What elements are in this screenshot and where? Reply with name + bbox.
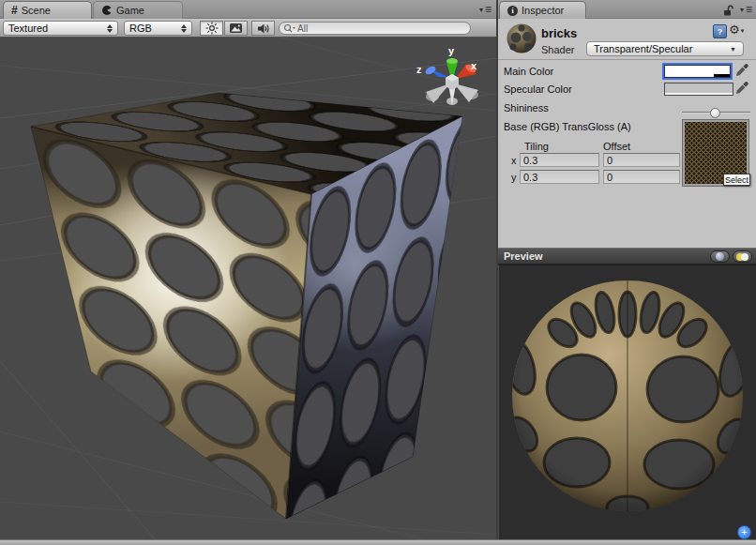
unity-editor-window: # Scene Game ▾ ≡ Textured RGB [0, 0, 756, 545]
caret-down-icon: ▼ [730, 46, 736, 53]
tiling-x-field[interactable] [520, 153, 599, 167]
main-color-swatch[interactable] [664, 65, 731, 78]
row-x-label: x [511, 155, 517, 166]
scene-skybox-toggle[interactable] [224, 21, 248, 36]
search-icon [283, 23, 295, 34]
speaker-icon [257, 23, 270, 35]
tiling-header: Tiling [524, 141, 549, 152]
scene-toolbar: Textured RGB [0, 19, 496, 38]
inspector-tabbar: i Inspector ▾ ≡ [498, 0, 756, 19]
popup-arrows-icon [181, 24, 187, 33]
sun-icon [205, 22, 219, 35]
tab-inspector-label: Inspector [522, 5, 564, 16]
scene-audio-toggle[interactable] [251, 21, 275, 36]
render-mode-dropdown[interactable]: Textured [3, 21, 118, 36]
tab-scene-label: Scene [22, 5, 51, 16]
scene-panel: # Scene Game ▾ ≡ Textured RGB [0, 0, 496, 539]
color-mode-value: RGB [129, 23, 177, 34]
help-icon[interactable]: ? [713, 24, 727, 38]
shader-dropdown[interactable]: Transparent/Specular ▼ [586, 41, 744, 56]
tab-inspector[interactable]: i Inspector [499, 1, 586, 19]
caret-down-icon: ▾ [479, 6, 483, 14]
preview-header[interactable]: Preview [498, 248, 756, 265]
preview-lighting-button[interactable] [733, 250, 752, 263]
textured-cube [31, 93, 462, 519]
scene-grid-icon: # [11, 4, 18, 17]
specular-color-swatch[interactable] [664, 83, 733, 96]
preview-zoom-button[interactable]: + [737, 525, 751, 539]
header-separator [498, 59, 756, 60]
offset-header: Offset [603, 141, 630, 152]
inspector-menu-button[interactable]: ▾ ≡ [740, 3, 751, 16]
gizmo-x-label: x [471, 60, 477, 71]
scene-panel-menu-button[interactable]: ▾ ≡ [479, 3, 491, 16]
gizmo-y-label: y [448, 45, 455, 56]
scene-3d-view: y x z [0, 38, 496, 539]
sphere-icon [716, 252, 724, 261]
alpha-bar [665, 93, 733, 95]
tab-game[interactable]: Game [93, 1, 183, 19]
specular-color-label: Specular Color [504, 83, 572, 95]
menu-bars-icon: ≡ [485, 3, 491, 16]
light-dot-icon [741, 253, 748, 261]
gear-icon[interactable]: ⚙ ▾ [729, 23, 744, 37]
main-color-label: Main Color [504, 66, 553, 77]
eyedropper-icon[interactable] [735, 81, 748, 96]
window-bottom-edge [0, 539, 756, 545]
shininess-slider[interactable] [682, 107, 750, 118]
material-preview-icon [506, 23, 537, 54]
offset-x-field[interactable] [603, 153, 680, 167]
shader-label: Shader [541, 44, 574, 55]
inspector-panel: i Inspector ▾ ≡ [498, 0, 756, 539]
caret-down-icon: ▾ [741, 27, 745, 35]
scene-search-field[interactable] [279, 22, 471, 35]
tab-game-label: Game [116, 5, 144, 16]
scene-tabbar: # Scene Game ▾ ≡ [0, 0, 496, 19]
gizmo-z-label: z [416, 64, 422, 75]
tiling-y-field[interactable] [520, 170, 599, 184]
lock-open-icon[interactable] [723, 5, 733, 16]
texture-select-button[interactable]: Select [723, 174, 750, 186]
scene-lighting-toggle[interactable] [200, 21, 223, 36]
search-input[interactable] [297, 23, 447, 34]
info-icon: i [507, 6, 518, 16]
shininess-label: Shininess [504, 102, 549, 114]
offset-y-field[interactable] [603, 170, 680, 184]
shininess-thumb[interactable] [710, 108, 720, 118]
row-y-label: y [511, 172, 517, 183]
caret-down-icon: ▾ [740, 6, 744, 14]
alpha-bar [714, 74, 730, 77]
shader-value: Transparent/Specular [594, 43, 692, 54]
tab-scene[interactable]: # Scene [3, 1, 92, 19]
material-preview-area[interactable] [498, 265, 756, 539]
render-mode-value: Textured [8, 23, 103, 34]
menu-bars-icon: ≡ [746, 3, 751, 16]
image-icon [229, 23, 243, 34]
scene-viewport[interactable]: y x z [0, 38, 496, 539]
eyedropper-icon[interactable] [735, 63, 748, 78]
popup-arrows-icon [107, 24, 113, 33]
preview-mesh-button[interactable] [710, 250, 730, 263]
game-icon [101, 5, 113, 16]
preview-title: Preview [504, 250, 543, 262]
base-map-label: Base (RGB) TransGloss (A) [504, 121, 631, 132]
orientation-gizmo: y x z [416, 45, 478, 105]
color-mode-dropdown[interactable]: RGB [124, 21, 192, 36]
preview-sphere [499, 265, 756, 539]
material-name: bricks [541, 26, 577, 40]
